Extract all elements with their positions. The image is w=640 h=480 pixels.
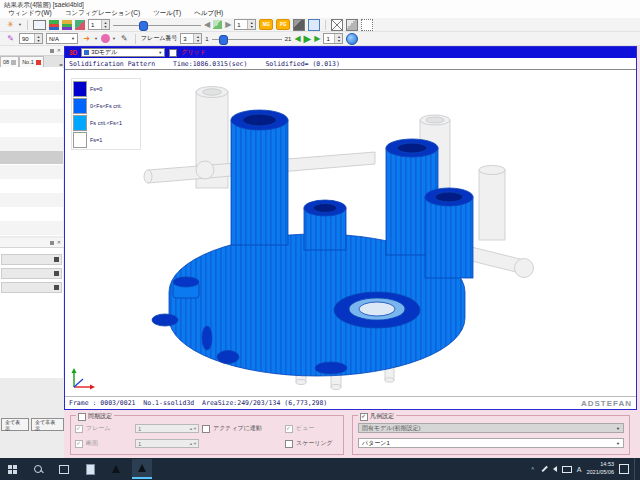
frame-sync-spinner[interactable]: 1 ▲▼	[135, 424, 199, 433]
menu-configuration[interactable]: コンフィグレーション(C)	[65, 9, 140, 18]
mode-combo[interactable]: N/A ▼	[46, 33, 78, 44]
annotate-icon[interactable]: ✎	[119, 33, 130, 44]
anim-icon[interactable]	[213, 20, 222, 29]
tray-chevron-up-icon[interactable]: ＾	[530, 466, 536, 472]
mg-toggle-button[interactable]: MG	[259, 19, 273, 30]
spinner-arrows-icon[interactable]: ▲▼	[101, 20, 109, 29]
toolbar-main: ✳ ▼ 1 ▲▼ ◀ ▶ 1 ▲▼ MG PG	[0, 18, 640, 32]
property-combo-2[interactable]	[1, 268, 62, 279]
step-spinner[interactable]: 1 ▲▼	[323, 33, 343, 44]
spinner-arrows-icon[interactable]: ▲▼	[247, 20, 255, 29]
frame-sync-checkbox[interactable]	[75, 425, 83, 433]
active-link-checkbox[interactable]	[202, 425, 210, 433]
legend-settings-checkbox[interactable]	[360, 413, 368, 421]
cube-shaded-view-icon[interactable]	[346, 19, 358, 31]
tray-pen-icon[interactable]	[541, 466, 547, 472]
section-sync-spinner[interactable]: 1 ▲▼	[135, 439, 199, 448]
property-combo-3[interactable]	[1, 282, 62, 293]
frame-slider[interactable]	[212, 34, 282, 44]
flow-arrow-icon[interactable]: ➜	[81, 33, 92, 44]
menu-tools[interactable]: ツール(T)	[153, 9, 181, 18]
toolbar1-right-spinner[interactable]: 1 ▲▼	[234, 19, 256, 30]
particle-icon[interactable]	[101, 34, 110, 43]
tab-no1[interactable]: No.1	[19, 56, 44, 67]
show-all-button[interactable]: 全て表示	[1, 418, 29, 431]
legend-row: Fs=0	[73, 80, 139, 97]
step-fwd-button[interactable]: ▶	[225, 21, 231, 29]
flow-arrow-caret-icon[interactable]: ▼	[94, 36, 98, 41]
viewport-dim-label: 3D	[69, 49, 77, 56]
frame-number-spinner[interactable]: 3 ▲▼	[180, 33, 202, 44]
grid-checkbox[interactable]	[169, 49, 177, 57]
cube-solid-view-icon[interactable]	[293, 19, 305, 31]
frame-slider-thumb[interactable]	[219, 35, 228, 45]
task-view-button[interactable]	[54, 460, 74, 478]
taskbar-app-document[interactable]	[80, 460, 100, 478]
taskbar-app-adstefan-1[interactable]	[106, 460, 126, 478]
start-button[interactable]	[2, 460, 22, 478]
close-icon[interactable]: ✕	[57, 48, 61, 53]
play-button[interactable]: ▶	[304, 34, 312, 44]
scaling-checkbox[interactable]	[285, 440, 293, 448]
result-chart-icon-2[interactable]	[62, 20, 72, 30]
legend-pattern-combo[interactable]: パターン1 ▼	[358, 438, 624, 448]
taskbar-app-adstefan-2-active[interactable]	[132, 459, 152, 479]
frame-status-text: Frame : 0003/0021 No.1-ssolid3d AreaSize…	[69, 399, 327, 407]
spinner-arrows-icon[interactable]: ▲▼	[34, 34, 42, 43]
view-type-combo[interactable]: 3Dモデル ▼	[81, 48, 165, 57]
action-center-icon[interactable]	[619, 464, 629, 474]
grid-label: グリッド	[181, 48, 206, 57]
sync-checkbox[interactable]	[78, 413, 86, 421]
slider-thumb[interactable]	[139, 21, 148, 31]
step-back-button[interactable]: ◀	[204, 21, 210, 29]
view-sync-checkbox[interactable]	[285, 425, 293, 433]
menu-window[interactable]: ウィンドウ(W)	[8, 9, 52, 18]
tab-08[interactable]: 08	[0, 56, 19, 67]
menu-help[interactable]: ヘルプ(H)	[194, 9, 223, 18]
tab-label: No.1	[22, 59, 34, 65]
display-style-icon[interactable]: ✳	[5, 19, 16, 30]
speed-spinner[interactable]: 90 ▲▼	[19, 33, 43, 44]
next-frame-button[interactable]: ▶	[314, 35, 320, 43]
capture-icon[interactable]	[33, 20, 46, 30]
selected-list-row[interactable]	[0, 151, 63, 164]
draw-mode-icon[interactable]: ✎	[5, 33, 16, 44]
toolbar1-slider[interactable]	[113, 20, 201, 30]
hide-all-button[interactable]: 全て非表示	[31, 418, 64, 431]
search-button[interactable]	[28, 460, 48, 478]
cube-section-view-icon[interactable]	[331, 19, 343, 31]
show-desktop-button[interactable]	[634, 458, 638, 480]
prev-frame-button[interactable]: ◀	[294, 35, 300, 43]
pin-icon[interactable]	[50, 241, 54, 245]
result-list[interactable]	[0, 67, 63, 236]
pg-toggle-button[interactable]: PG	[276, 19, 290, 30]
taskbar-clock[interactable]: 14:53 2021/05/06	[586, 461, 614, 476]
pin-icon[interactable]	[50, 49, 54, 53]
close-icon[interactable]: ✕	[57, 240, 61, 245]
spinner-arrows-icon[interactable]: ▲▼	[334, 34, 342, 43]
volume-icon[interactable]	[553, 466, 557, 472]
legend-label: Fs crit.<Fs<1	[90, 120, 122, 126]
display-style-caret-icon[interactable]: ▼	[18, 22, 22, 27]
particle-caret-icon[interactable]: ▼	[112, 36, 116, 41]
spinner-arrows-icon[interactable]: ▲▼	[193, 34, 201, 43]
viewport-titlebar[interactable]: 3D 3Dモデル ▼ グリッド	[65, 47, 636, 58]
legend-settings-group: 凡例設定 固有モデル(初期設定) ▼ パターン1 ▼	[352, 415, 630, 455]
solidification-status-bar: Solidification Pattern Time:1086.0315(se…	[65, 58, 636, 70]
app-root: 結果表示(4階層) [saeki4bld] ― ❐ ✕ ウィンドウ(W) コンフ…	[0, 0, 640, 480]
separator	[135, 34, 136, 44]
result-chart-icon-3[interactable]	[75, 20, 85, 30]
frame-number-label: フレーム番号	[141, 34, 177, 43]
property-combo-1[interactable]	[1, 254, 62, 265]
cube-transparent-view-icon[interactable]	[361, 19, 373, 31]
help-globe-icon[interactable]	[346, 33, 358, 45]
cube-wireframe-view-icon[interactable]	[308, 19, 320, 31]
toolbar1-spinner[interactable]: 1 ▲▼	[88, 19, 110, 30]
ime-indicator[interactable]: A	[577, 466, 582, 473]
touch-keyboard-icon[interactable]	[562, 466, 572, 473]
legend-model-combo[interactable]: 固有モデル(初期設定) ▼	[358, 423, 624, 433]
section-sync-checkbox[interactable]	[75, 440, 83, 448]
adstefan-watermark: ADSTEFAN	[581, 399, 632, 408]
model-canvas[interactable]: Fs=0 0<Fs<Fs crit. Fs crit.<Fs<1 Fs=1	[65, 70, 636, 396]
result-chart-icon-1[interactable]	[49, 20, 59, 30]
